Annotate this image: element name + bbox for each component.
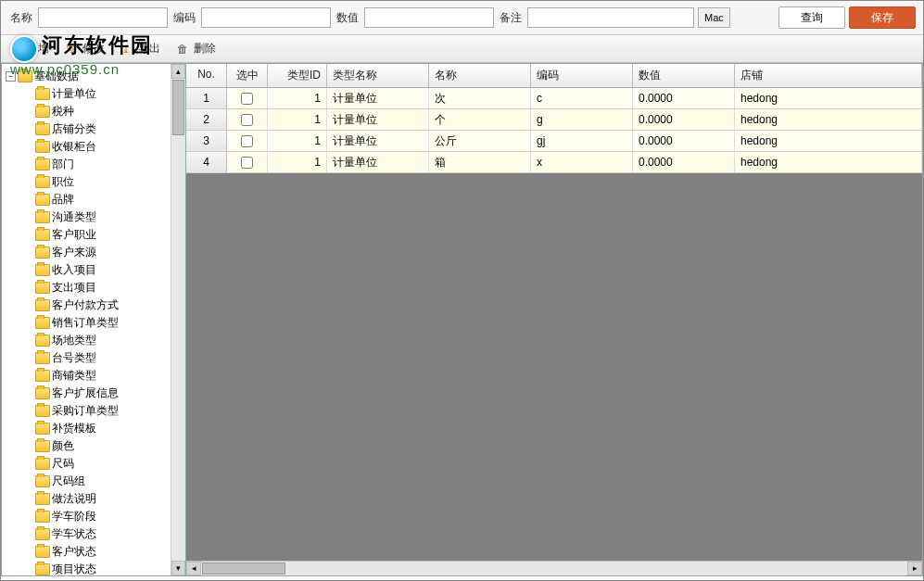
cell-sel[interactable] bbox=[227, 131, 268, 151]
note-input[interactable] bbox=[527, 7, 694, 28]
folder-icon bbox=[35, 211, 50, 223]
tree-item-label: 部门 bbox=[52, 157, 74, 172]
tree-panel: − 基础数据 计量单位税种店铺分类收银柜台部门职位品牌沟通类型客户职业客户来源收… bbox=[1, 63, 186, 576]
tree-item[interactable]: 客户职业 bbox=[32, 226, 171, 244]
tree-item[interactable]: 学车状态 bbox=[32, 525, 171, 543]
folder-icon bbox=[35, 264, 50, 276]
col-no[interactable]: No. bbox=[186, 64, 227, 87]
tree-item[interactable]: 沟通类型 bbox=[32, 208, 171, 226]
save-button[interactable]: 保存 bbox=[849, 6, 916, 29]
tree-item[interactable]: 采购订单类型 bbox=[32, 402, 171, 420]
new-button[interactable]: ＋ 新增 bbox=[10, 41, 49, 57]
tree-item[interactable]: 补货模板 bbox=[32, 420, 171, 437]
col-code[interactable]: 编码 bbox=[531, 64, 633, 87]
mac-button[interactable]: Mac bbox=[698, 7, 730, 28]
edit-button[interactable]: ✎ 修改 bbox=[66, 41, 105, 57]
cell-sel[interactable] bbox=[227, 88, 268, 108]
scroll-right-icon[interactable]: ▸ bbox=[907, 562, 922, 575]
collapse-icon[interactable]: − bbox=[6, 71, 16, 82]
tree-item[interactable]: 尺码组 bbox=[32, 473, 171, 490]
tree-item[interactable]: 项目状态 bbox=[32, 561, 171, 575]
plus-icon: ＋ bbox=[10, 43, 23, 56]
tree-item[interactable]: 台号类型 bbox=[32, 349, 171, 367]
folder-icon bbox=[35, 299, 50, 311]
row-checkbox[interactable] bbox=[241, 114, 253, 126]
folder-icon bbox=[35, 194, 50, 206]
col-sel[interactable]: 选中 bbox=[227, 64, 268, 87]
tree-item[interactable]: 场地类型 bbox=[32, 332, 171, 349]
tree-root-node[interactable]: − 基础数据 bbox=[2, 68, 171, 85]
table-row[interactable]: 31计量单位公斤gj0.0000hedong bbox=[186, 131, 922, 152]
tree-item-label: 客户职业 bbox=[52, 227, 96, 243]
cell-type-name: 计量单位 bbox=[327, 152, 429, 172]
folder-icon bbox=[35, 475, 50, 487]
table-row[interactable]: 21计量单位个g0.0000hedong bbox=[186, 109, 922, 131]
folder-icon bbox=[35, 405, 50, 417]
row-checkbox[interactable] bbox=[241, 135, 253, 147]
tree-item[interactable]: 支出项目 bbox=[32, 279, 171, 297]
tree-item[interactable]: 客户付款方式 bbox=[32, 297, 171, 314]
tree-item[interactable]: 税种 bbox=[32, 103, 171, 120]
cell-num: 0.0000 bbox=[633, 88, 735, 108]
folder-icon bbox=[18, 70, 32, 82]
cell-shop: hedong bbox=[735, 131, 922, 151]
cell-sel[interactable] bbox=[227, 109, 268, 130]
grid-hscrollbar[interactable]: ◂ ▸ bbox=[186, 561, 922, 575]
tree-item[interactable]: 做法说明 bbox=[32, 490, 171, 508]
col-name[interactable]: 名称 bbox=[429, 64, 531, 87]
query-button[interactable]: 查询 bbox=[778, 6, 845, 29]
tree-item[interactable]: 职位 bbox=[32, 173, 171, 191]
folder-icon bbox=[35, 352, 50, 364]
tree-item[interactable]: 颜色 bbox=[32, 437, 171, 455]
tree-item-label: 沟通类型 bbox=[52, 209, 96, 225]
tree-item[interactable]: 学车阶段 bbox=[32, 508, 171, 525]
cell-sel[interactable] bbox=[227, 152, 268, 172]
delete-button[interactable]: 🗑 删除 bbox=[177, 41, 216, 57]
grid-panel: No. 选中 类型ID 类型名称 名称 编码 数值 店铺 11计量单位次c0.0… bbox=[186, 63, 923, 576]
tree-item[interactable]: 收银柜台 bbox=[32, 138, 171, 156]
row-checkbox[interactable] bbox=[241, 93, 253, 105]
tree-item[interactable]: 客户来源 bbox=[32, 244, 171, 261]
col-shop[interactable]: 店铺 bbox=[735, 64, 922, 87]
name-input[interactable] bbox=[38, 7, 168, 28]
tree-vscrollbar[interactable]: ▴ ▾ bbox=[171, 64, 185, 575]
tree-item[interactable]: 部门 bbox=[32, 156, 171, 173]
scroll-up-icon[interactable]: ▴ bbox=[171, 64, 185, 79]
tree-item[interactable]: 客户状态 bbox=[32, 543, 171, 561]
tree-item[interactable]: 计量单位 bbox=[32, 85, 171, 103]
col-type-name[interactable]: 类型名称 bbox=[327, 64, 429, 87]
code-label: 编码 bbox=[171, 10, 197, 26]
tree-item-label: 税种 bbox=[52, 104, 74, 120]
cell-num: 0.0000 bbox=[633, 131, 735, 151]
folder-icon bbox=[35, 423, 50, 435]
scroll-thumb[interactable] bbox=[172, 80, 184, 135]
tree-item[interactable]: 商铺类型 bbox=[32, 367, 171, 385]
table-row[interactable]: 11计量单位次c0.0000hedong bbox=[186, 88, 922, 109]
tree-item[interactable]: 店铺分类 bbox=[32, 120, 171, 138]
tree-item[interactable]: 销售订单类型 bbox=[32, 314, 171, 332]
grid-body[interactable]: 11计量单位次c0.0000hedong21计量单位个g0.0000hedong… bbox=[186, 88, 922, 561]
export-button[interactable]: ⤓ 导出 bbox=[121, 41, 160, 57]
folder-icon bbox=[35, 317, 50, 329]
folder-icon bbox=[35, 106, 50, 118]
cell-type-id: 1 bbox=[268, 152, 327, 172]
code-input[interactable] bbox=[201, 7, 331, 28]
cell-type-id: 1 bbox=[268, 131, 327, 151]
cell-name: 个 bbox=[429, 109, 531, 130]
tree-item[interactable]: 收入项目 bbox=[32, 261, 171, 279]
table-row[interactable]: 41计量单位箱x0.0000hedong bbox=[186, 152, 922, 173]
row-checkbox[interactable] bbox=[241, 157, 253, 169]
tree-item[interactable]: 尺码 bbox=[32, 455, 171, 473]
tree-body[interactable]: − 基础数据 计量单位税种店铺分类收银柜台部门职位品牌沟通类型客户职业客户来源收… bbox=[2, 64, 171, 575]
folder-icon bbox=[35, 229, 50, 241]
cell-num: 0.0000 bbox=[633, 152, 735, 172]
folder-icon bbox=[35, 563, 50, 575]
tree-item[interactable]: 客户扩展信息 bbox=[32, 385, 171, 402]
scroll-down-icon[interactable]: ▾ bbox=[171, 561, 185, 575]
col-type-id[interactable]: 类型ID bbox=[268, 64, 327, 87]
scroll-left-icon[interactable]: ◂ bbox=[186, 562, 201, 575]
col-num[interactable]: 数值 bbox=[633, 64, 735, 87]
tree-item[interactable]: 品牌 bbox=[32, 191, 171, 208]
scroll-thumb-h[interactable] bbox=[202, 562, 285, 575]
num-input[interactable] bbox=[364, 7, 494, 28]
